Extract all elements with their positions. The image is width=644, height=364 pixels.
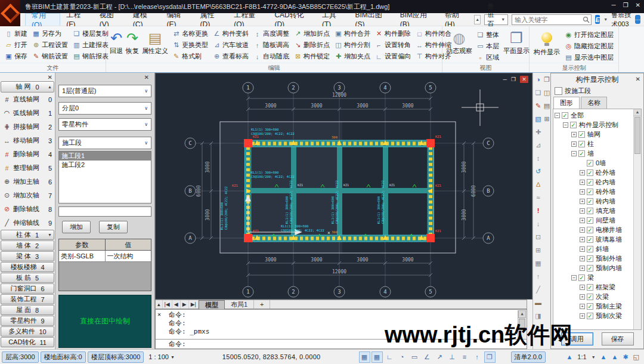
undo-button[interactable]: ↶ 回退 (110, 28, 123, 55)
ribbon-button[interactable]: ▦另存为 (31, 28, 69, 39)
tree-item[interactable]: + ✓ 次梁 (553, 292, 641, 301)
checkbox-checked-icon[interactable]: ✓ (587, 265, 593, 272)
scrollbar-thumb[interactable] (634, 117, 640, 154)
ribbon-button[interactable]: ◉打开指定图层 (564, 29, 615, 41)
tree-item[interactable]: ✓ 0墙 (553, 158, 641, 168)
sidebar-section-header[interactable]: 屋 面 8 (1, 305, 54, 315)
ribbon-button[interactable]: ▭本层 (475, 41, 500, 52)
list-item[interactable]: 施工段2 (59, 161, 151, 169)
expander-icon[interactable]: − (555, 113, 560, 118)
ribbon-button[interactable]: ▫区域 (475, 52, 500, 63)
add-section-button[interactable]: 增加 (62, 221, 91, 233)
tool-icon[interactable]: ↑ (534, 272, 543, 281)
tree-item[interactable]: + ✓ 填充墙 (553, 206, 641, 215)
section-name-input[interactable] (58, 206, 151, 217)
category-select[interactable]: 零星构件∨ (58, 118, 151, 131)
ribbon-button[interactable]: ▣保存 (4, 51, 29, 62)
close-icon[interactable]: ✕ (636, 2, 640, 8)
panel-tab[interactable]: 名称 (581, 97, 607, 109)
cad-canvas[interactable]: 12 34 5 12 34 5 CB A CB A 12000 30003000… (156, 73, 532, 299)
expander-icon[interactable]: + (580, 199, 585, 204)
tool-icon[interactable]: ◨ (534, 311, 543, 320)
tool-icon[interactable]: ❏ (534, 88, 543, 97)
tree-item[interactable]: + ✓ 预制主梁 (553, 301, 641, 311)
expander-icon[interactable]: + (580, 189, 585, 195)
by-section-checkbox[interactable] (555, 87, 562, 95)
checkbox-checked-icon[interactable]: ✓ (578, 274, 585, 281)
scroll-up-icon[interactable]: ▲ (518, 310, 526, 318)
menu-tab[interactable]: CAD转化(D) (268, 13, 316, 26)
expander-icon[interactable]: + (580, 170, 585, 175)
menu-tab[interactable]: 帮助(H) (439, 13, 473, 26)
settings-gear-icon[interactable]: ✱ (623, 353, 628, 361)
menu-tab[interactable]: 编辑(E) (161, 13, 194, 26)
menu-tab[interactable]: BIM应用(B) (394, 13, 439, 26)
sidebar-section-header[interactable]: 板 筋 5 (1, 273, 54, 283)
expander-icon[interactable]: + (580, 285, 585, 290)
checkbox-checked-icon[interactable]: ✓ (578, 141, 585, 147)
tree-item[interactable]: + ✓ 斜墙 (553, 244, 641, 254)
ribbon-button[interactable]: ✎格式刷 (171, 51, 209, 62)
tree-item[interactable]: + ✓ 预制外墙 (553, 254, 641, 263)
ribbon-button[interactable]: ⇄名称更换 (171, 28, 209, 39)
ribbon-button[interactable]: ⌐设置转角 (374, 39, 412, 51)
ribbon-button[interactable]: ↗增加折点 (293, 28, 331, 39)
tool-icon[interactable]: ! (534, 206, 543, 215)
tool-icon[interactable]: ≈ (534, 193, 543, 202)
list-version-chip[interactable]: 清单2.0.0 (511, 351, 546, 363)
tree-item[interactable]: − ✓ 全部 (553, 110, 641, 120)
checkbox-checked-icon[interactable]: ✓ (587, 284, 593, 291)
ribbon-button[interactable]: ∟设置偏向 (374, 51, 412, 62)
tab-scroll-up-icon[interactable]: ▴ (156, 300, 163, 309)
tool-icon[interactable]: ◑ (534, 75, 543, 84)
menu-tab[interactable]: 常用(O) (25, 13, 60, 26)
status-toggle-icon[interactable]: ⊥ (447, 351, 458, 363)
ribbon-button[interactable]: ↕高度调整 (252, 28, 290, 39)
status-chip[interactable]: 楼层顶标高:3000 (88, 351, 144, 363)
ribbon-button[interactable]: ⊿汽车坡道 (212, 39, 250, 51)
checkbox-checked-icon[interactable]: ✓ (587, 313, 593, 319)
sidebar-tool-item[interactable]: ↔ 移动轴网 3 (0, 134, 55, 147)
tree-item[interactable]: + ✓ 电梯井墙 (553, 225, 641, 235)
ribbon-button[interactable]: ⊛工程设置 (31, 39, 69, 51)
ribbon-button[interactable]: ∠构件变斜 (212, 28, 250, 39)
compass-icon[interactable]: ▲ (566, 353, 572, 360)
layout-tab[interactable]: 布局1 (225, 300, 254, 309)
compass-icon[interactable]: ▲ (600, 353, 607, 360)
sidebar-section-header[interactable]: 多义构件 10 (1, 326, 54, 337)
tree-scrollbar[interactable]: ▲ (633, 109, 641, 329)
fullscreen-icon[interactable]: ◱ (633, 353, 639, 361)
tool-icon[interactable]: ▦ (534, 259, 543, 268)
ribbon-button[interactable]: ✎钢筋设置 (31, 51, 69, 62)
tool-icon[interactable]: ╱ (534, 285, 543, 294)
sidebar-section-header[interactable]: 梁 体 3 (1, 251, 54, 261)
sidebar-tool-item[interactable]: ╱ 伸缩轴线 9 (0, 216, 55, 230)
tool-icon[interactable]: ▬ (534, 298, 543, 307)
tab-first-icon[interactable]: |◀ (163, 300, 172, 309)
status-toggle-icon[interactable]: ▦ (359, 351, 370, 363)
checkbox-checked-icon[interactable]: ✓ (587, 246, 593, 252)
tool-icon[interactable]: ∆ (534, 180, 543, 189)
layout-tab[interactable]: + (254, 300, 270, 309)
expander-icon[interactable]: − (571, 275, 577, 280)
sidebar-section-header[interactable]: 楼板楼梯 4 (1, 262, 54, 272)
account-logo-icon[interactable]: E (595, 15, 600, 24)
sidebar-section-header[interactable]: 装饰工程 7 (1, 294, 54, 304)
sidebar-section-header[interactable]: CAD转化 11 (1, 337, 54, 347)
checkbox-checked-icon[interactable]: ✓ (587, 255, 593, 262)
status-toggle-icon[interactable]: ▦ (371, 351, 383, 363)
property-define-button[interactable]: ▤ 属性定义 (142, 28, 168, 55)
ribbon-button[interactable]: ↘删除折点 (293, 39, 331, 51)
checkbox-checked-icon[interactable]: ✓ (587, 236, 593, 243)
tree-item[interactable]: + ✓ 柱 (553, 139, 641, 149)
menu-tab[interactable]: 视图(V) (94, 13, 127, 26)
expander-icon[interactable]: + (580, 208, 585, 214)
ribbon-button[interactable]: ▤钢筋报表 (72, 51, 110, 62)
plan-display-button[interactable]: ❐ 平面显示 (503, 28, 530, 55)
close-icon[interactable]: ✕ (157, 311, 161, 317)
compass-icon[interactable]: ▲ (611, 353, 618, 360)
ribbon-button[interactable]: ▱打开 (4, 39, 29, 51)
chevron-down-icon[interactable]: ▼ (603, 17, 608, 21)
redo-button[interactable]: ↷ 恢复 (126, 28, 139, 55)
user-name[interactable]: 鲁班技术003 (611, 11, 631, 29)
